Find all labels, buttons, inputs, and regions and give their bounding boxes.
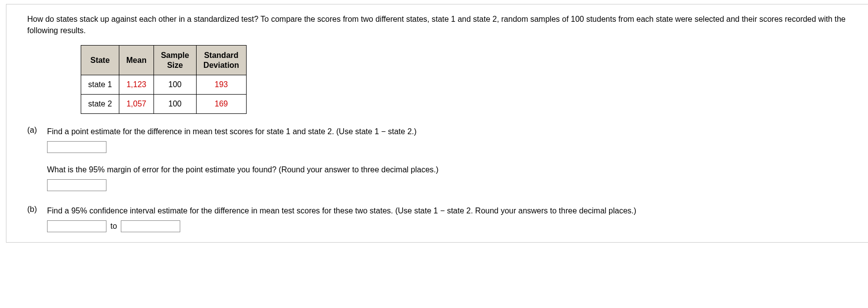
part-a-q2: What is the 95% margin of error for the …	[47, 164, 853, 175]
col-sample-size-l2: Size	[167, 61, 183, 69]
part-a: (a) Find a point estimate for the differ…	[27, 126, 853, 202]
part-b: (b) Find a 95% confidence interval estim…	[27, 205, 853, 232]
col-mean: Mean	[119, 46, 154, 75]
cell-sd: 169	[196, 94, 246, 113]
part-b-q1: Find a 95% confidence interval estimate …	[47, 205, 853, 216]
cell-sd: 193	[196, 75, 246, 94]
part-b-ci-upper-input[interactable]	[121, 220, 180, 232]
part-a-q1: Find a point estimate for the difference…	[47, 126, 853, 137]
intro-text: How do states stack up against each othe…	[27, 13, 853, 36]
cell-mean: 1,123	[119, 75, 154, 94]
part-a-point-estimate-input[interactable]	[47, 141, 106, 153]
part-a-answer2-wrap	[47, 179, 853, 191]
col-sample-size-l1: Sample	[161, 51, 189, 59]
cell-state: state 1	[81, 75, 119, 94]
question-container: How do states stack up against each othe…	[6, 4, 868, 243]
part-a-answer1-wrap	[47, 141, 853, 153]
col-state: State	[81, 46, 119, 75]
col-std: Standard Deviation	[196, 46, 246, 75]
table-row: state 1 1,123 100 193	[81, 75, 247, 94]
table-header-row: State Mean Sample Size Standard Deviatio…	[81, 46, 247, 75]
data-table-wrap: State Mean Sample Size Standard Deviatio…	[81, 45, 853, 113]
part-b-interval-wrap: to	[47, 220, 853, 232]
parts: (a) Find a point estimate for the differ…	[27, 126, 853, 233]
question-inner: How do states stack up against each othe…	[6, 4, 868, 240]
part-a-margin-error-input[interactable]	[47, 179, 106, 191]
table-row: state 2 1,057 100 169	[81, 94, 247, 113]
cell-mean: 1,057	[119, 94, 154, 113]
cell-n: 100	[153, 75, 196, 94]
cell-state: state 2	[81, 94, 119, 113]
cell-n: 100	[153, 94, 196, 113]
part-b-label: (b)	[27, 205, 47, 214]
part-a-body: Find a point estimate for the difference…	[47, 126, 853, 202]
col-std-l1: Standard	[204, 51, 238, 59]
col-std-l2: Deviation	[204, 61, 239, 69]
part-b-ci-lower-input[interactable]	[47, 220, 106, 232]
to-label: to	[110, 222, 117, 231]
col-sample-size: Sample Size	[153, 46, 196, 75]
part-b-body: Find a 95% confidence interval estimate …	[47, 205, 853, 232]
part-a-label: (a)	[27, 126, 47, 135]
data-table: State Mean Sample Size Standard Deviatio…	[81, 45, 247, 113]
